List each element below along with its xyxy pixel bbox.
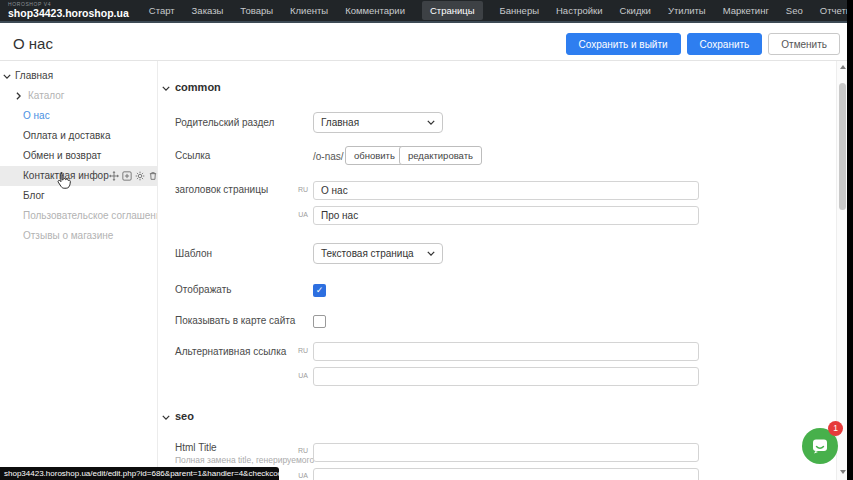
section-seo-header[interactable]: seo xyxy=(162,410,194,422)
sidebar-item-blog[interactable]: Блог xyxy=(0,186,157,206)
ru-badge: RU xyxy=(290,447,308,454)
menu-item-start[interactable]: Старт xyxy=(149,5,175,16)
sidebar-item-label: Каталог xyxy=(28,86,64,106)
page-title-ru-input[interactable] xyxy=(313,181,699,200)
sitemap-label: Показывать в карте сайта xyxy=(175,315,295,326)
sidebar-item-label: Главная xyxy=(15,66,53,86)
sidebar-item-label: Пользовательское соглашение xyxy=(23,206,157,226)
sidebar-item-shop-reviews[interactable]: Отзывы о магазине xyxy=(0,226,157,246)
menu-item-orders[interactable]: Заказы xyxy=(192,5,224,16)
menu-item-clients[interactable]: Клиенты xyxy=(290,5,328,16)
link-refresh-button[interactable]: обновить xyxy=(345,146,404,165)
save-and-exit-button[interactable]: Сохранить и выйти xyxy=(566,33,681,55)
topbar: HOROSHOP V4 shop34423.horoshop.ua Старт … xyxy=(0,0,853,23)
sidebar-item-label: О нас xyxy=(23,106,50,126)
page-header: О нас Сохранить и выйти Сохранить Отмени… xyxy=(0,25,853,61)
chevron-down-icon[interactable] xyxy=(3,74,12,79)
template-label: Шаблон xyxy=(175,248,212,259)
sidebar-item-label: Оплата и доставка xyxy=(23,126,110,146)
menu-item-discounts[interactable]: Скидки xyxy=(620,5,651,16)
ua-badge: UA xyxy=(290,372,308,379)
alt-link-ua-input[interactable] xyxy=(313,367,699,386)
page-title: О нас xyxy=(13,35,53,52)
parent-section-value: Главная xyxy=(321,117,359,128)
sidebar-item-contacts[interactable]: Контактная инфор xyxy=(0,166,157,186)
header-buttons: Сохранить и выйти Сохранить Отменить xyxy=(566,33,841,55)
parent-section-label: Родительский раздел xyxy=(175,117,274,128)
shop-domain-label: shop34423.horoshop.ua xyxy=(8,8,129,19)
menu-item-utilities[interactable]: Утилиты xyxy=(668,5,706,16)
parent-section-select[interactable]: Главная xyxy=(313,112,443,133)
sidebar-item-label: Обмен и возврат xyxy=(23,146,101,166)
sidebar-item-catalog[interactable]: Каталог xyxy=(0,86,157,106)
sidebar-item-user-agreement[interactable]: Пользовательское соглашение xyxy=(0,206,157,226)
chevron-down-icon xyxy=(162,81,170,93)
cancel-button[interactable]: Отменить xyxy=(768,33,840,55)
horoshop-admin-window: HOROSHOP V4 shop34423.horoshop.ua Старт … xyxy=(0,0,853,480)
chat-unread-badge: 1 xyxy=(828,421,843,436)
ua-badge: UA xyxy=(290,211,308,218)
template-select[interactable]: Текстовая страница xyxy=(313,243,443,264)
ru-badge: RU xyxy=(290,186,308,193)
scrollbar-thumb[interactable] xyxy=(839,83,846,210)
browser-status-url: shop34423.horoshop.ua/edit/edit.php?id=6… xyxy=(0,467,279,480)
chat-icon xyxy=(810,436,830,456)
ru-badge: RU xyxy=(290,347,308,354)
chevron-down-icon xyxy=(427,120,435,125)
link-edit-button[interactable]: редактировать xyxy=(399,146,482,165)
menu-item-marketing[interactable]: Маркетинг xyxy=(723,5,769,16)
sidebar-divider xyxy=(157,61,158,480)
sidebar-item-home[interactable]: Главная xyxy=(0,66,157,86)
move-icon[interactable] xyxy=(109,171,119,181)
menu-item-banners[interactable]: Баннеры xyxy=(500,5,539,16)
trash-icon[interactable] xyxy=(148,171,157,181)
section-common-title: common xyxy=(175,81,221,93)
sidebar-item-exchange-return[interactable]: Обмен и возврат xyxy=(0,146,157,166)
chevron-down-icon xyxy=(427,251,435,256)
sitemap-checkbox[interactable] xyxy=(313,315,326,328)
logo[interactable]: HOROSHOP V4 shop34423.horoshop.ua xyxy=(8,2,129,19)
sidebar-item-label: Блог xyxy=(23,186,45,206)
alt-link-label: Альтернативная ссылка xyxy=(175,346,286,357)
link-value: /o-nas/ xyxy=(313,151,344,162)
section-common-header[interactable]: common xyxy=(162,81,221,93)
scroll-down-arrow[interactable] xyxy=(840,470,846,474)
link-label: Ссылка xyxy=(175,150,210,161)
template-value: Текстовая страница xyxy=(321,248,414,259)
html-title-ua-input[interactable] xyxy=(313,468,699,480)
main-menu: Старт Заказы Товары Клиенты Комментарии … xyxy=(149,1,853,20)
gear-icon[interactable] xyxy=(135,171,145,181)
save-button[interactable]: Сохранить xyxy=(687,33,763,55)
page-title-field-label: заголовок страницы xyxy=(175,184,268,195)
html-title-label: Html Title xyxy=(175,442,217,453)
html-title-hint: Полная замена title, генерируемого xyxy=(175,455,314,465)
menu-item-products[interactable]: Товары xyxy=(240,5,273,16)
scroll-up-arrow[interactable] xyxy=(840,65,846,69)
menu-item-seo[interactable]: Seo xyxy=(786,5,803,16)
tree-row-actions xyxy=(109,171,157,181)
chevron-down-icon xyxy=(162,410,170,422)
alt-link-ru-input[interactable] xyxy=(313,342,699,361)
sidebar-item-payment-delivery[interactable]: Оплата и доставка xyxy=(0,126,157,146)
section-seo-title: seo xyxy=(175,410,194,422)
sidebar-item-label: Отзывы о магазине xyxy=(23,226,113,246)
display-checkbox[interactable]: ✓ xyxy=(313,284,326,297)
pages-tree-sidebar: Главная Каталог О нас Оплата и доставка … xyxy=(0,61,157,480)
display-label: Отображать xyxy=(175,284,231,295)
page-title-ua-input[interactable] xyxy=(313,206,699,225)
sidebar-item-about[interactable]: О нас xyxy=(0,106,157,126)
menu-item-pages[interactable]: Страницы xyxy=(422,1,483,20)
screen-edge-bar xyxy=(847,0,853,480)
menu-item-settings[interactable]: Настройки xyxy=(556,5,603,16)
html-title-ru-input[interactable] xyxy=(313,443,699,462)
chevron-right-icon[interactable] xyxy=(16,92,25,100)
sidebar-item-label: Контактная инфор xyxy=(23,166,109,186)
ua-badge: UA xyxy=(290,472,308,479)
add-icon[interactable] xyxy=(122,171,132,181)
menu-item-comments[interactable]: Комментарии xyxy=(345,5,405,16)
vertical-scrollbar[interactable] xyxy=(836,61,847,480)
